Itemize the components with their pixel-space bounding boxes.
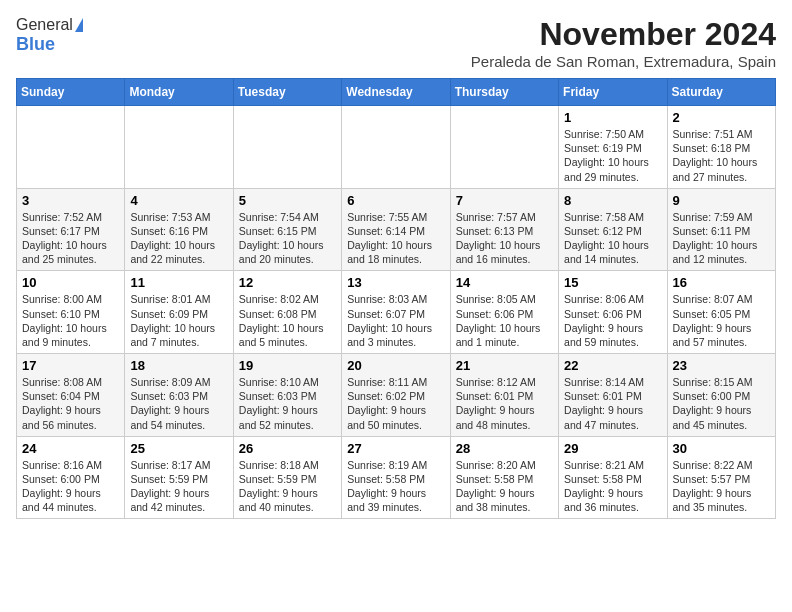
day-number: 9	[673, 193, 770, 208]
calendar-cell: 7Sunrise: 7:57 AM Sunset: 6:13 PM Daylig…	[450, 188, 558, 271]
day-number: 8	[564, 193, 661, 208]
calendar-cell: 1Sunrise: 7:50 AM Sunset: 6:19 PM Daylig…	[559, 106, 667, 189]
logo-blue-text: Blue	[16, 34, 55, 54]
logo-general-text: General	[16, 16, 73, 34]
day-header-friday: Friday	[559, 79, 667, 106]
calendar-week-row: 17Sunrise: 8:08 AM Sunset: 6:04 PM Dayli…	[17, 354, 776, 437]
calendar-cell: 6Sunrise: 7:55 AM Sunset: 6:14 PM Daylig…	[342, 188, 450, 271]
day-info: Sunrise: 7:54 AM Sunset: 6:15 PM Dayligh…	[239, 210, 336, 267]
day-info: Sunrise: 8:16 AM Sunset: 6:00 PM Dayligh…	[22, 458, 119, 515]
calendar-cell: 11Sunrise: 8:01 AM Sunset: 6:09 PM Dayli…	[125, 271, 233, 354]
day-info: Sunrise: 8:10 AM Sunset: 6:03 PM Dayligh…	[239, 375, 336, 432]
day-info: Sunrise: 8:19 AM Sunset: 5:58 PM Dayligh…	[347, 458, 444, 515]
calendar-cell: 4Sunrise: 7:53 AM Sunset: 6:16 PM Daylig…	[125, 188, 233, 271]
day-number: 11	[130, 275, 227, 290]
calendar-cell: 12Sunrise: 8:02 AM Sunset: 6:08 PM Dayli…	[233, 271, 341, 354]
day-number: 21	[456, 358, 553, 373]
calendar-header-row: SundayMondayTuesdayWednesdayThursdayFrid…	[17, 79, 776, 106]
day-number: 10	[22, 275, 119, 290]
day-info: Sunrise: 7:51 AM Sunset: 6:18 PM Dayligh…	[673, 127, 770, 184]
day-info: Sunrise: 7:50 AM Sunset: 6:19 PM Dayligh…	[564, 127, 661, 184]
calendar-cell: 16Sunrise: 8:07 AM Sunset: 6:05 PM Dayli…	[667, 271, 775, 354]
day-info: Sunrise: 8:06 AM Sunset: 6:06 PM Dayligh…	[564, 292, 661, 349]
day-header-wednesday: Wednesday	[342, 79, 450, 106]
day-number: 1	[564, 110, 661, 125]
day-info: Sunrise: 8:03 AM Sunset: 6:07 PM Dayligh…	[347, 292, 444, 349]
day-info: Sunrise: 8:18 AM Sunset: 5:59 PM Dayligh…	[239, 458, 336, 515]
calendar-cell	[450, 106, 558, 189]
day-info: Sunrise: 7:52 AM Sunset: 6:17 PM Dayligh…	[22, 210, 119, 267]
day-header-saturday: Saturday	[667, 79, 775, 106]
calendar-week-row: 3Sunrise: 7:52 AM Sunset: 6:17 PM Daylig…	[17, 188, 776, 271]
calendar-cell: 18Sunrise: 8:09 AM Sunset: 6:03 PM Dayli…	[125, 354, 233, 437]
calendar-cell: 21Sunrise: 8:12 AM Sunset: 6:01 PM Dayli…	[450, 354, 558, 437]
day-info: Sunrise: 8:08 AM Sunset: 6:04 PM Dayligh…	[22, 375, 119, 432]
day-info: Sunrise: 7:53 AM Sunset: 6:16 PM Dayligh…	[130, 210, 227, 267]
calendar-week-row: 10Sunrise: 8:00 AM Sunset: 6:10 PM Dayli…	[17, 271, 776, 354]
day-number: 24	[22, 441, 119, 456]
day-header-monday: Monday	[125, 79, 233, 106]
calendar-cell: 2Sunrise: 7:51 AM Sunset: 6:18 PM Daylig…	[667, 106, 775, 189]
calendar-cell: 24Sunrise: 8:16 AM Sunset: 6:00 PM Dayli…	[17, 436, 125, 519]
day-header-sunday: Sunday	[17, 79, 125, 106]
day-info: Sunrise: 8:21 AM Sunset: 5:58 PM Dayligh…	[564, 458, 661, 515]
day-info: Sunrise: 8:17 AM Sunset: 5:59 PM Dayligh…	[130, 458, 227, 515]
day-number: 27	[347, 441, 444, 456]
title-area: November 2024 Peraleda de San Roman, Ext…	[471, 16, 776, 70]
day-info: Sunrise: 8:22 AM Sunset: 5:57 PM Dayligh…	[673, 458, 770, 515]
calendar-cell: 29Sunrise: 8:21 AM Sunset: 5:58 PM Dayli…	[559, 436, 667, 519]
calendar-cell: 13Sunrise: 8:03 AM Sunset: 6:07 PM Dayli…	[342, 271, 450, 354]
day-number: 5	[239, 193, 336, 208]
calendar-table: SundayMondayTuesdayWednesdayThursdayFrid…	[16, 78, 776, 519]
day-number: 17	[22, 358, 119, 373]
calendar-week-row: 24Sunrise: 8:16 AM Sunset: 6:00 PM Dayli…	[17, 436, 776, 519]
calendar-cell: 28Sunrise: 8:20 AM Sunset: 5:58 PM Dayli…	[450, 436, 558, 519]
calendar-cell: 9Sunrise: 7:59 AM Sunset: 6:11 PM Daylig…	[667, 188, 775, 271]
calendar-cell: 22Sunrise: 8:14 AM Sunset: 6:01 PM Dayli…	[559, 354, 667, 437]
day-info: Sunrise: 8:11 AM Sunset: 6:02 PM Dayligh…	[347, 375, 444, 432]
day-info: Sunrise: 8:02 AM Sunset: 6:08 PM Dayligh…	[239, 292, 336, 349]
day-number: 20	[347, 358, 444, 373]
day-info: Sunrise: 7:59 AM Sunset: 6:11 PM Dayligh…	[673, 210, 770, 267]
calendar-cell	[233, 106, 341, 189]
calendar-cell: 30Sunrise: 8:22 AM Sunset: 5:57 PM Dayli…	[667, 436, 775, 519]
calendar-cell: 26Sunrise: 8:18 AM Sunset: 5:59 PM Dayli…	[233, 436, 341, 519]
page-header: General Blue November 2024 Peraleda de S…	[16, 16, 776, 70]
day-header-thursday: Thursday	[450, 79, 558, 106]
calendar-cell: 5Sunrise: 7:54 AM Sunset: 6:15 PM Daylig…	[233, 188, 341, 271]
logo: General Blue	[16, 16, 83, 55]
day-info: Sunrise: 7:58 AM Sunset: 6:12 PM Dayligh…	[564, 210, 661, 267]
day-info: Sunrise: 8:05 AM Sunset: 6:06 PM Dayligh…	[456, 292, 553, 349]
calendar-cell	[342, 106, 450, 189]
day-number: 7	[456, 193, 553, 208]
calendar-cell: 14Sunrise: 8:05 AM Sunset: 6:06 PM Dayli…	[450, 271, 558, 354]
calendar-cell: 23Sunrise: 8:15 AM Sunset: 6:00 PM Dayli…	[667, 354, 775, 437]
calendar-cell: 17Sunrise: 8:08 AM Sunset: 6:04 PM Dayli…	[17, 354, 125, 437]
day-info: Sunrise: 7:55 AM Sunset: 6:14 PM Dayligh…	[347, 210, 444, 267]
day-number: 12	[239, 275, 336, 290]
calendar-cell: 10Sunrise: 8:00 AM Sunset: 6:10 PM Dayli…	[17, 271, 125, 354]
calendar-cell: 27Sunrise: 8:19 AM Sunset: 5:58 PM Dayli…	[342, 436, 450, 519]
day-header-tuesday: Tuesday	[233, 79, 341, 106]
day-number: 28	[456, 441, 553, 456]
day-info: Sunrise: 7:57 AM Sunset: 6:13 PM Dayligh…	[456, 210, 553, 267]
calendar-week-row: 1Sunrise: 7:50 AM Sunset: 6:19 PM Daylig…	[17, 106, 776, 189]
day-number: 19	[239, 358, 336, 373]
location-title: Peraleda de San Roman, Extremadura, Spai…	[471, 53, 776, 70]
calendar-cell: 15Sunrise: 8:06 AM Sunset: 6:06 PM Dayli…	[559, 271, 667, 354]
day-number: 14	[456, 275, 553, 290]
calendar-cell: 8Sunrise: 7:58 AM Sunset: 6:12 PM Daylig…	[559, 188, 667, 271]
day-number: 30	[673, 441, 770, 456]
day-info: Sunrise: 8:14 AM Sunset: 6:01 PM Dayligh…	[564, 375, 661, 432]
calendar-cell: 25Sunrise: 8:17 AM Sunset: 5:59 PM Dayli…	[125, 436, 233, 519]
logo-triangle-icon	[75, 18, 83, 32]
day-number: 29	[564, 441, 661, 456]
day-number: 2	[673, 110, 770, 125]
day-number: 23	[673, 358, 770, 373]
calendar-cell: 3Sunrise: 7:52 AM Sunset: 6:17 PM Daylig…	[17, 188, 125, 271]
day-info: Sunrise: 8:09 AM Sunset: 6:03 PM Dayligh…	[130, 375, 227, 432]
day-number: 22	[564, 358, 661, 373]
calendar-cell: 19Sunrise: 8:10 AM Sunset: 6:03 PM Dayli…	[233, 354, 341, 437]
day-number: 6	[347, 193, 444, 208]
day-info: Sunrise: 8:20 AM Sunset: 5:58 PM Dayligh…	[456, 458, 553, 515]
